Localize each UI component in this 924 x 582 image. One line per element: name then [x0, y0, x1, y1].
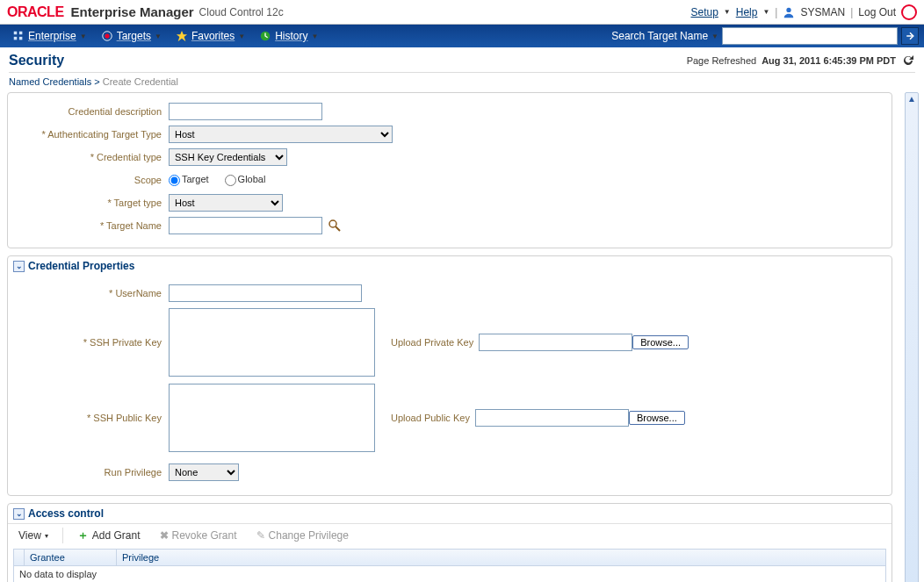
caret-down-icon: ▼: [724, 8, 731, 16]
search-go-button[interactable]: [901, 27, 919, 45]
label-target-type: Target type: [15, 198, 169, 208]
vertical-scrollbar[interactable]: ▲ ▼: [905, 92, 919, 582]
label-credential-description: Credential description: [15, 106, 169, 117]
svg-rect-4: [19, 37, 23, 40]
target-type-select[interactable]: Host: [169, 194, 283, 212]
view-menu[interactable]: View ▾: [13, 528, 54, 543]
section-title-credential-properties: Credential Properties: [28, 260, 134, 272]
separator: [62, 528, 63, 543]
label-ssh-private-key: SSH Private Key: [15, 337, 169, 348]
section-title-access-control: Access control: [28, 507, 104, 520]
nav-favorites[interactable]: Favorites▼: [169, 30, 252, 42]
access-control-section: ⌄ Access control View ▾ ＋Add Grant ✖Revo…: [7, 503, 892, 582]
label-ssh-public-key: SSH Public Key: [15, 413, 169, 423]
label-username: UserName: [15, 288, 169, 298]
ssh-private-key-textarea[interactable]: [169, 308, 375, 377]
nav-targets[interactable]: Targets▼: [94, 30, 169, 42]
oracle-ring-icon: [901, 4, 917, 20]
label-run-privilege: Run Privilege: [15, 467, 169, 478]
svg-point-0: [787, 8, 791, 12]
label-auth-target-type: Authenticating Target Type: [15, 129, 169, 140]
access-control-toolbar: View ▾ ＋Add Grant ✖Revoke Grant ✎Change …: [8, 523, 892, 547]
svg-rect-3: [14, 37, 18, 40]
add-grant-button[interactable]: ＋Add Grant: [72, 526, 146, 545]
column-checkbox: [14, 550, 25, 565]
browse-public-key-button[interactable]: Browse...: [629, 411, 685, 425]
product-name: Enterprise Manager: [71, 4, 194, 19]
page-refreshed-time: Aug 31, 2011 6:45:39 PM PDT: [762, 55, 896, 66]
help-menu[interactable]: Help: [736, 6, 758, 18]
scope-global-radio-wrap[interactable]: Global: [225, 174, 266, 186]
browse-private-key-button[interactable]: Browse...: [632, 335, 689, 349]
svg-rect-1: [14, 32, 18, 35]
arrow-right-icon: [905, 31, 915, 41]
svg-point-9: [329, 220, 336, 227]
logout-link[interactable]: Log Out: [858, 6, 896, 18]
plus-icon: ＋: [77, 528, 89, 543]
separator: |: [775, 6, 777, 18]
change-privilege-button: ✎Change Privilege: [251, 528, 354, 543]
run-privilege-select[interactable]: None: [169, 463, 239, 481]
x-icon: ✖: [160, 529, 169, 542]
collapse-toggle[interactable]: ⌄: [13, 261, 25, 272]
credential-form: Credential description Authenticating Ta…: [7, 92, 892, 248]
upload-public-key-input[interactable]: [475, 409, 629, 427]
nav-history[interactable]: History▼: [252, 30, 325, 42]
credential-properties-section: ⌄ Credential Properties UserName SSH Pri…: [7, 255, 892, 496]
user-icon: [783, 5, 795, 18]
target-icon: [101, 30, 113, 42]
table-header: Grantee Privilege: [14, 550, 885, 566]
page-title: Security: [9, 53, 64, 68]
label-scope: Scope: [15, 175, 169, 185]
search-icon[interactable]: [328, 219, 342, 233]
refresh-icon[interactable]: [901, 54, 915, 68]
page-title-bar: Security Page Refreshed Aug 31, 2011 6:4…: [0, 47, 924, 70]
column-privilege[interactable]: Privilege: [117, 550, 885, 565]
label-upload-public-key: Upload Public Key: [391, 413, 470, 423]
target-name-input[interactable]: [169, 217, 322, 234]
grants-table: Grantee Privilege No data to display: [13, 549, 886, 582]
oracle-logo: ORACLE: [7, 4, 64, 20]
main-nav: Enterprise▼ Targets▼ Favorites▼ History▼…: [0, 25, 924, 47]
scope-target-radio[interactable]: [169, 175, 180, 186]
star-icon: [176, 30, 188, 42]
column-grantee[interactable]: Grantee: [25, 550, 117, 565]
product-subtitle: Cloud Control 12c: [199, 6, 284, 18]
separator: |: [850, 6, 853, 18]
caret-down-icon: ▼: [711, 32, 718, 40]
username-input[interactable]: [169, 284, 362, 302]
upload-private-key-input[interactable]: [479, 334, 632, 351]
page-refreshed-label: Page Refreshed: [687, 55, 757, 66]
credential-type-select[interactable]: SSH Key Credentials: [169, 148, 287, 166]
app-header: ORACLE Enterprise Manager Cloud Control …: [0, 0, 924, 25]
breadcrumb-parent[interactable]: Named Credentials: [9, 76, 91, 87]
history-icon: [259, 30, 271, 42]
revoke-grant-button: ✖Revoke Grant: [155, 528, 242, 543]
setup-menu[interactable]: Setup: [690, 6, 718, 18]
grid-icon: [12, 30, 25, 42]
ssh-public-key-textarea[interactable]: [169, 384, 375, 452]
search-input[interactable]: [722, 27, 898, 45]
breadcrumb-current: Create Credential: [103, 76, 178, 87]
svg-rect-2: [19, 32, 23, 35]
label-upload-private-key: Upload Private Key: [391, 337, 473, 348]
pencil-icon: ✎: [256, 529, 265, 542]
auth-target-type-select[interactable]: Host: [169, 126, 393, 143]
svg-point-6: [105, 33, 109, 38]
credential-description-input[interactable]: [169, 103, 322, 120]
label-credential-type: Credential type: [15, 152, 169, 162]
caret-down-icon: ▼: [762, 8, 769, 16]
scope-target-radio-wrap[interactable]: Target: [169, 174, 209, 186]
breadcrumb: Named Credentials > Create Credential: [0, 75, 924, 92]
svg-marker-7: [177, 31, 187, 41]
search-label: Search Target Name: [611, 30, 708, 42]
label-target-name: Target Name: [15, 220, 169, 231]
svg-line-10: [336, 226, 340, 231]
scroll-up-icon[interactable]: ▲: [906, 94, 918, 104]
collapse-toggle[interactable]: ⌄: [13, 508, 25, 520]
scope-global-radio[interactable]: [225, 175, 236, 186]
nav-enterprise[interactable]: Enterprise▼: [5, 30, 94, 42]
table-empty-message: No data to display: [14, 566, 885, 582]
username: SYSMAN: [800, 6, 845, 18]
